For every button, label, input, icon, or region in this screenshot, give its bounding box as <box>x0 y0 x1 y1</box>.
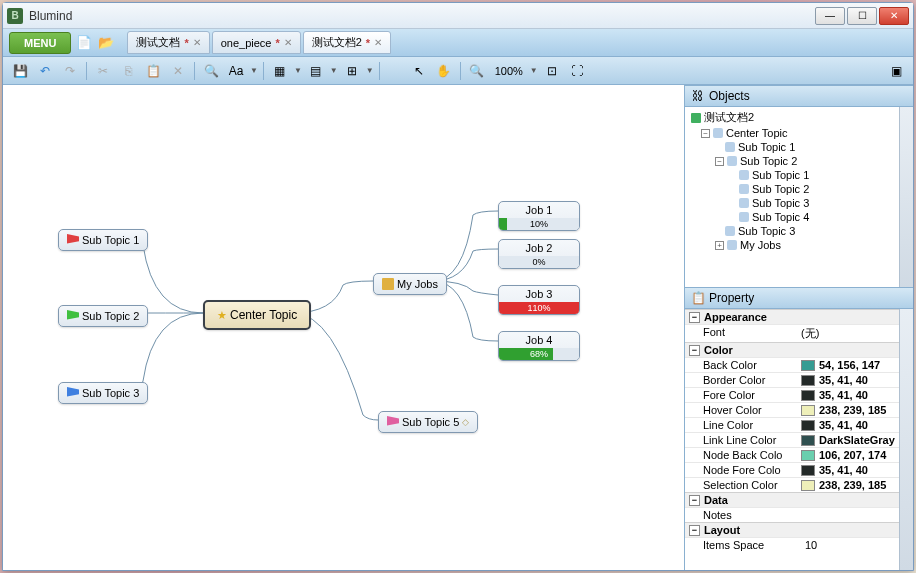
layout-icon[interactable]: ⊞ <box>341 60 363 82</box>
prop-group-layout[interactable]: −Layout <box>685 522 913 537</box>
separator <box>379 62 380 80</box>
hand-icon[interactable]: ✋ <box>433 60 455 82</box>
new-doc-icon[interactable]: 📄 <box>75 34 93 52</box>
tree-item[interactable]: Sub Topic 1 <box>687 140 911 154</box>
panel-toggle-icon[interactable]: ▣ <box>885 60 907 82</box>
progress-bar: 110% <box>499 302 579 314</box>
tree-item[interactable]: Sub Topic 2 <box>687 182 911 196</box>
prop-group-color[interactable]: −Color <box>685 342 913 357</box>
collapse-icon[interactable]: − <box>689 525 700 536</box>
node-icon <box>739 212 749 222</box>
scrollbar[interactable] <box>899 107 913 287</box>
node-subtopic-1[interactable]: Sub Topic 1 <box>58 229 148 251</box>
tree-item[interactable]: +My Jobs <box>687 238 911 252</box>
dropdown-icon[interactable]: ▼ <box>366 66 374 75</box>
format-icon[interactable]: Aa <box>225 60 247 82</box>
tree-root[interactable]: −Center Topic <box>687 126 911 140</box>
tab-doc-0[interactable]: 测试文档 * ✕ <box>127 31 209 54</box>
content-area: Sub Topic 1 Sub Topic 2 Sub Topic 3 ★ Ce… <box>3 85 913 570</box>
find-icon[interactable]: 🔍 <box>200 60 222 82</box>
open-folder-icon[interactable]: 📂 <box>97 34 115 52</box>
dropdown-icon[interactable]: ▼ <box>294 66 302 75</box>
app-icon: B <box>7 8 23 24</box>
objects-tree[interactable]: 测试文档2 −Center Topic Sub Topic 1 −Sub Top… <box>685 107 913 287</box>
prop-row-font[interactable]: Font(无) <box>685 324 913 342</box>
separator <box>86 62 87 80</box>
collapse-icon[interactable]: − <box>689 345 700 356</box>
node-job-2[interactable]: Job 2 0% <box>498 239 580 269</box>
node-icon <box>739 184 749 194</box>
tab-close-icon[interactable]: ✕ <box>193 37 201 48</box>
palette-icon[interactable]: ▦ <box>269 60 291 82</box>
collapse-icon[interactable]: − <box>689 495 700 506</box>
pointer-icon[interactable]: ↖ <box>408 60 430 82</box>
prop-row-linecolor[interactable]: Line Color35, 41, 40 <box>685 417 913 432</box>
tree-doc[interactable]: 测试文档2 <box>687 109 911 126</box>
node-job-4[interactable]: Job 4 68% <box>498 331 580 361</box>
dropdown-icon[interactable]: ▼ <box>330 66 338 75</box>
tab-close-icon[interactable]: ✕ <box>284 37 292 48</box>
collapse-icon[interactable]: − <box>715 157 724 166</box>
prop-group-data[interactable]: −Data <box>685 492 913 507</box>
prop-row-selectioncolor[interactable]: Selection Color238, 239, 185 <box>685 477 913 492</box>
tab-close-icon[interactable]: ✕ <box>374 37 382 48</box>
prop-row-backcolor[interactable]: Back Color54, 156, 147 <box>685 357 913 372</box>
tab-doc-1[interactable]: one_piece * ✕ <box>212 31 301 54</box>
dropdown-icon[interactable]: ▼ <box>250 66 258 75</box>
tree-item[interactable]: Sub Topic 3 <box>687 224 911 238</box>
tree-item[interactable]: Sub Topic 3 <box>687 196 911 210</box>
window-controls: — ☐ ✕ <box>815 7 909 25</box>
prop-row-hovercolor[interactable]: Hover Color238, 239, 185 <box>685 402 913 417</box>
save-icon[interactable]: 💾 <box>9 60 31 82</box>
prop-row-itemsspace[interactable]: Items Space10 <box>685 537 913 552</box>
zoom-icon[interactable]: 🔍 <box>466 60 488 82</box>
node-label: Sub Topic 1 <box>82 234 139 246</box>
fullscreen-icon[interactable]: ⛶ <box>566 60 588 82</box>
prop-row-notes[interactable]: Notes <box>685 507 913 522</box>
link-lines <box>3 85 684 570</box>
grid-icon[interactable]: ▤ <box>305 60 327 82</box>
expand-icon[interactable]: + <box>715 241 724 250</box>
mindmap-canvas[interactable]: Sub Topic 1 Sub Topic 2 Sub Topic 3 ★ Ce… <box>3 85 685 570</box>
node-myjobs[interactable]: My Jobs <box>373 273 447 295</box>
collapse-icon[interactable]: − <box>689 312 700 323</box>
property-icon: 📋 <box>691 291 705 305</box>
tab-label: 测试文档 <box>136 35 180 50</box>
objects-panel-header[interactable]: ⛓ Objects <box>685 85 913 107</box>
menubar: MENU 📄 📂 测试文档 * ✕ one_piece * ✕ 测试文档2 * … <box>3 29 913 57</box>
node-job-1[interactable]: Job 1 10% <box>498 201 580 231</box>
cut-icon[interactable]: ✂ <box>92 60 114 82</box>
maximize-button[interactable]: ☐ <box>847 7 877 25</box>
node-center-topic[interactable]: ★ Center Topic <box>203 300 311 330</box>
node-subtopic-3[interactable]: Sub Topic 3 <box>58 382 148 404</box>
collapse-icon[interactable]: − <box>701 129 710 138</box>
redo-icon[interactable]: ↷ <box>59 60 81 82</box>
tree-item[interactable]: Sub Topic 1 <box>687 168 911 182</box>
zoom-value[interactable]: 100% <box>491 65 527 77</box>
prop-row-bordercolor[interactable]: Border Color35, 41, 40 <box>685 372 913 387</box>
property-grid[interactable]: −Appearance Font(无) −Color Back Color54,… <box>685 309 913 570</box>
node-subtopic-2[interactable]: Sub Topic 2 <box>58 305 148 327</box>
node-subtopic-5[interactable]: Sub Topic 5 ◇ <box>378 411 478 433</box>
tab-doc-2[interactable]: 测试文档2 * ✕ <box>303 31 391 54</box>
close-button[interactable]: ✕ <box>879 7 909 25</box>
dropdown-icon[interactable]: ▼ <box>530 66 538 75</box>
minimize-button[interactable]: — <box>815 7 845 25</box>
prop-group-appearance[interactable]: −Appearance <box>685 309 913 324</box>
delete-icon[interactable]: ✕ <box>167 60 189 82</box>
menu-button[interactable]: MENU <box>9 32 71 54</box>
prop-row-nodebackcolor[interactable]: Node Back Colo106, 207, 174 <box>685 447 913 462</box>
color-swatch <box>801 390 815 401</box>
tree-item[interactable]: −Sub Topic 2 <box>687 154 911 168</box>
paste-icon[interactable]: 📋 <box>142 60 164 82</box>
scrollbar[interactable] <box>899 309 913 570</box>
prop-row-nodeforecolor[interactable]: Node Fore Colo35, 41, 40 <box>685 462 913 477</box>
node-job-3[interactable]: Job 3 110% ✖ <box>498 285 580 315</box>
property-panel-header[interactable]: 📋 Property <box>685 287 913 309</box>
tree-item[interactable]: Sub Topic 4 <box>687 210 911 224</box>
zoom-fit-icon[interactable]: ⊡ <box>541 60 563 82</box>
prop-row-linklinecolor[interactable]: Link Line ColorDarkSlateGray <box>685 432 913 447</box>
prop-row-forecolor[interactable]: Fore Color35, 41, 40 <box>685 387 913 402</box>
undo-icon[interactable]: ↶ <box>34 60 56 82</box>
copy-icon[interactable]: ⎘ <box>117 60 139 82</box>
